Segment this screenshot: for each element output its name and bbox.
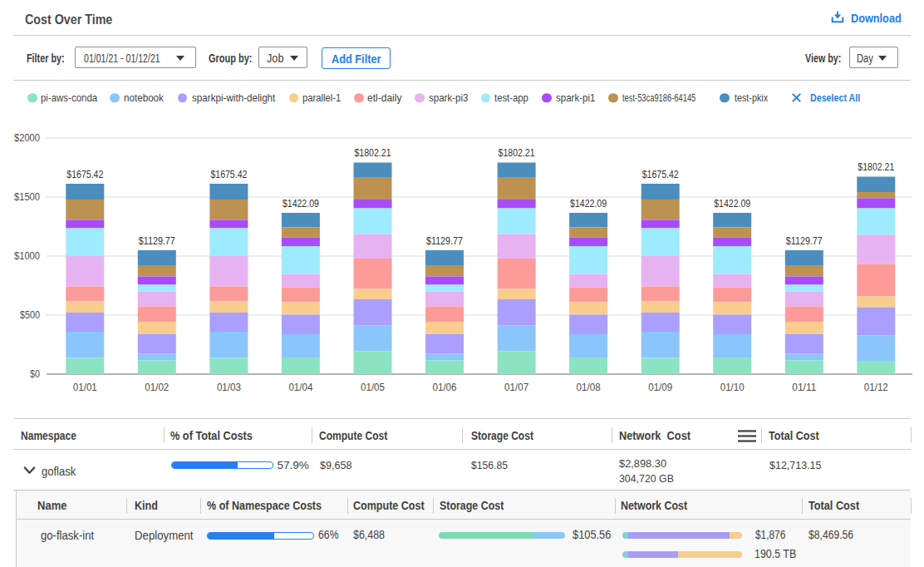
svg-text:$2000: $2000 <box>14 132 40 144</box>
svg-text:01/06: 01/06 <box>433 382 457 393</box>
svg-text:$1500: $1500 <box>14 191 40 203</box>
svg-text:01/08: 01/08 <box>577 382 601 393</box>
svg-text:$500: $500 <box>20 309 40 321</box>
svg-text:01/05: 01/05 <box>361 382 385 393</box>
svg-text:01/09: 01/09 <box>648 382 672 393</box>
svg-text:01/02: 01/02 <box>145 382 169 393</box>
svg-text:$1422.09: $1422.09 <box>570 197 607 210</box>
svg-text:$1422.09: $1422.09 <box>714 197 750 210</box>
svg-text:01/07: 01/07 <box>504 382 528 393</box>
svg-text:$1129.77: $1129.77 <box>139 234 175 247</box>
svg-text:$1422.09: $1422.09 <box>283 197 319 210</box>
svg-text:$0: $0 <box>30 368 40 380</box>
svg-text:$1675.42: $1675.42 <box>642 168 679 180</box>
svg-text:$1802.21: $1802.21 <box>499 146 535 159</box>
svg-text:01/12: 01/12 <box>864 382 888 393</box>
svg-text:01/10: 01/10 <box>720 382 745 393</box>
svg-text:$1129.77: $1129.77 <box>426 234 463 247</box>
svg-text:$1129.77: $1129.77 <box>786 234 823 247</box>
svg-text:$1802.21: $1802.21 <box>355 146 391 159</box>
svg-text:$1675.42: $1675.42 <box>66 168 103 180</box>
svg-text:01/03: 01/03 <box>217 382 241 393</box>
svg-text:01/01: 01/01 <box>73 382 97 393</box>
svg-text:01/11: 01/11 <box>792 382 816 393</box>
svg-text:$1675.42: $1675.42 <box>210 168 247 180</box>
svg-text:01/04: 01/04 <box>288 382 312 393</box>
svg-text:$1000: $1000 <box>14 250 40 262</box>
svg-text:$1802.21: $1802.21 <box>858 160 894 173</box>
